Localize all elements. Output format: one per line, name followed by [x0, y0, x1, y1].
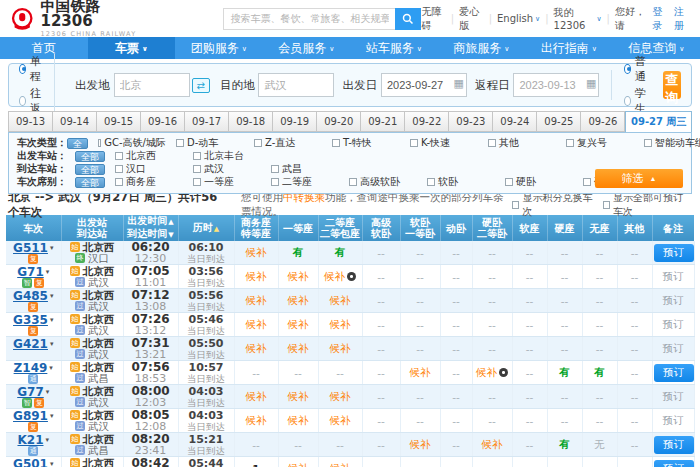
date-tab-09-25[interactable]: 09-25	[537, 111, 581, 132]
book-button[interactable]: 预订	[663, 342, 684, 354]
seat-status[interactable]: 候补	[246, 318, 267, 330]
expand-caret-icon[interactable]: ▾	[46, 386, 50, 398]
nav-item-group-services[interactable]: 团购服务∨	[175, 37, 263, 59]
filter-option[interactable]: 一等座	[193, 175, 261, 189]
one-way-radio[interactable]: 单程	[19, 54, 44, 84]
seat-status[interactable]: 候补	[288, 342, 309, 354]
filter-option[interactable]: 高级软卧	[349, 175, 417, 189]
seat-status[interactable]: 候补	[324, 270, 345, 282]
date-tab-09-18[interactable]: 09-18	[229, 111, 273, 132]
seat-status[interactable]: 候补	[288, 294, 309, 306]
seat-status[interactable]: 候补	[246, 294, 267, 306]
seat-status[interactable]: 候补	[330, 342, 351, 354]
sort-icon[interactable]: ▲	[168, 218, 173, 226]
filter-option[interactable]: 复兴号	[566, 136, 634, 150]
from-city-input[interactable]	[114, 73, 190, 97]
seat-status[interactable]: 候补	[410, 366, 431, 378]
book-button[interactable]: 预订	[663, 414, 684, 426]
book-button[interactable]: 预订	[654, 364, 694, 382]
calendar-icon[interactable]: ▦	[453, 77, 463, 90]
seat-status[interactable]: 候补	[288, 270, 309, 282]
seat-status[interactable]: 候补	[288, 462, 309, 467]
seat-status[interactable]: 候补	[288, 318, 309, 330]
filter-option[interactable]: 软卧	[427, 175, 495, 189]
sort-icon[interactable]: ▲	[214, 225, 219, 233]
logo[interactable]: 中国铁路12306 12306 CHINA RAILWAY	[10, 0, 138, 38]
date-tab-09-13[interactable]: 09-13	[8, 111, 53, 132]
seat-info-icon[interactable]	[499, 368, 508, 377]
expand-caret-icon[interactable]: ▾	[46, 266, 50, 278]
register-link[interactable]: 注册	[674, 5, 690, 33]
points-exchange-checkbox[interactable]: 显示积分兑换车次	[512, 191, 593, 219]
expand-caret-icon[interactable]: ▾	[50, 242, 54, 254]
seat-status[interactable]: 候补	[330, 462, 351, 467]
nav-item-station-services[interactable]: 站车服务∨	[350, 37, 438, 59]
train-number-link[interactable]: G71	[17, 266, 44, 278]
book-button[interactable]: 预订	[663, 270, 684, 282]
filter-option[interactable]: GC-高铁/城际	[98, 136, 166, 150]
filter-option[interactable]: 北京西	[115, 149, 183, 163]
date-tab-09-20[interactable]: 09-20	[317, 111, 361, 132]
book-button[interactable]: 预订	[654, 460, 694, 467]
date-tab-active[interactable]: 09-27 周三	[625, 111, 692, 132]
seat-status[interactable]: 候补	[288, 390, 309, 402]
date-tab-09-22[interactable]: 09-22	[405, 111, 449, 132]
seat-status[interactable]: 候补	[482, 438, 503, 450]
filter-option[interactable]: 武汉	[193, 162, 261, 176]
seat-status[interactable]: 候补	[246, 246, 267, 258]
train-number-link[interactable]: Z149	[14, 362, 48, 374]
seat-status[interactable]: 候补	[288, 414, 309, 426]
book-button[interactable]: 预订	[663, 294, 684, 306]
nav-item-tickets[interactable]: 车票∨	[88, 37, 176, 59]
filter-option[interactable]: Z-直达	[254, 136, 322, 150]
filter-option[interactable]: 商务座	[115, 175, 183, 189]
seat-info-icon[interactable]	[347, 272, 356, 281]
top-link-care-version[interactable]: 爱心版	[459, 5, 483, 33]
filter-option[interactable]: 智能动车组	[644, 136, 700, 150]
seat-status[interactable]: 候补	[246, 414, 267, 426]
expand-caret-icon[interactable]: ▾	[45, 434, 49, 446]
filter-all-chip[interactable]: 全部	[75, 177, 105, 188]
seat-status[interactable]: 候补	[246, 342, 267, 354]
expand-caret-icon[interactable]: ▾	[50, 410, 54, 422]
filter-option[interactable]: 汉口	[115, 162, 183, 176]
train-number-link[interactable]: K21	[17, 434, 43, 446]
filter-option[interactable]: D-动车	[176, 136, 244, 150]
train-number-link[interactable]: G335	[13, 314, 48, 326]
search-button[interactable]	[395, 8, 421, 30]
train-number-link[interactable]: G511	[13, 242, 48, 254]
search-input[interactable]	[223, 8, 395, 30]
seat-status[interactable]: 候补	[410, 438, 431, 450]
query-button[interactable]: 查询	[663, 71, 681, 99]
expand-caret-icon[interactable]: ▾	[49, 362, 53, 374]
date-tab-09-24[interactable]: 09-24	[493, 111, 537, 132]
seat-status[interactable]: 候补	[246, 390, 267, 402]
date-tab-09-14[interactable]: 09-14	[53, 111, 97, 132]
seat-status[interactable]: 候补	[476, 366, 497, 378]
filter-option[interactable]: 北京丰台	[193, 149, 261, 163]
filter-option[interactable]: T-特快	[332, 136, 400, 150]
top-link-english[interactable]: English∨	[497, 13, 540, 24]
seat-status[interactable]: 候补	[330, 390, 351, 402]
top-link-my-12306[interactable]: 我的12306∨	[554, 6, 602, 31]
date-tab-09-26[interactable]: 09-26	[581, 111, 625, 132]
filter-option[interactable]: 武昌	[271, 162, 339, 176]
nav-item-travel-guide[interactable]: 出行指南∨	[525, 37, 613, 59]
expand-caret-icon[interactable]: ▾	[50, 314, 54, 326]
filter-option[interactable]: 其他	[488, 136, 556, 150]
train-number-link[interactable]: G421	[13, 338, 48, 350]
seat-status[interactable]: 候补	[330, 318, 351, 330]
train-number-link[interactable]: G77	[17, 386, 44, 398]
swap-stations-button[interactable]: ⇄	[192, 78, 210, 93]
expand-caret-icon[interactable]: ▾	[50, 458, 54, 467]
filter-all-chip[interactable]: 全部	[67, 138, 88, 149]
calendar-icon[interactable]: ▦	[586, 77, 596, 90]
filter-all-chip[interactable]: 全部	[75, 151, 105, 162]
login-link[interactable]: 登录	[652, 5, 668, 33]
date-tab-09-21[interactable]: 09-21	[361, 111, 405, 132]
sort-icon[interactable]: ▼	[168, 231, 173, 239]
normal-ticket-radio[interactable]: 普通	[624, 54, 649, 84]
apply-filter-button[interactable]: 筛选 ▲	[595, 169, 683, 188]
seat-status[interactable]: 候补	[246, 270, 267, 282]
seat-status[interactable]: 候补	[330, 294, 351, 306]
